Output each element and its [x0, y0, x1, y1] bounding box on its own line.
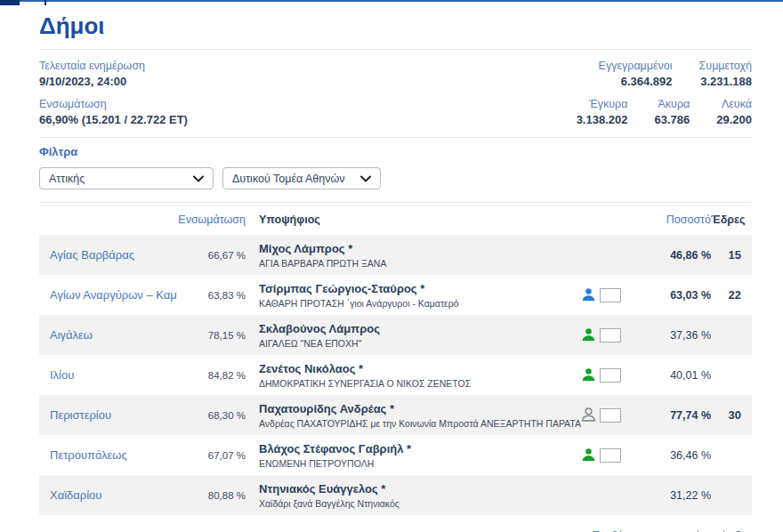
participation-label: Συμμετοχή	[699, 59, 752, 74]
municipality-link[interactable]: Πετρουπόλεως	[39, 448, 177, 462]
invalid-label: Άκυρα	[654, 97, 690, 112]
row-percent: 63,03 %	[656, 289, 711, 302]
candidate-name: Βλάχος Στέφανος Γαβριήλ *	[259, 442, 581, 455]
table-row: Περιστερίου 68,30 % Παχατουρίδης Ανδρέας…	[39, 395, 752, 435]
municipality-link[interactable]: Ιλίου	[39, 368, 177, 382]
row-seats: 22	[711, 288, 752, 302]
table-row: Πετρουπόλεως 67,07 % Βλάχος Στέφανος Γαβ…	[39, 435, 752, 475]
chevron-down-icon	[193, 175, 204, 182]
row-integration: 84,82 %	[177, 370, 246, 381]
candidate-party: ΚΑΘΑΡΗ ΠΡΟΤΑΣΗ ΄γιοι Ανάργυροι - Καματερ…	[259, 298, 581, 309]
registered-label: Εγγεγραμμένοι	[599, 59, 673, 74]
last-update-value: 9/10/2023, 24:00	[39, 74, 145, 91]
invalid-value: 63.786	[654, 112, 690, 129]
party-support-checkbox-icon	[600, 448, 621, 463]
party-support-indicator	[581, 327, 656, 343]
row-integration: 63,83 %	[177, 290, 246, 301]
person-icon	[581, 287, 596, 302]
table-row: Αιγάλεω 78,15 % Σκλαβούνος Λάμπρος ΑΙΓΑΛ…	[39, 315, 752, 355]
row-seats: 30	[711, 408, 752, 422]
row-integration: 78,15 %	[177, 330, 246, 341]
candidate-party: ΔΗΜΟΚΡΑΤΙΚΗ ΣΥΝΕΡΓΑΣΙΑ Ο ΝΙΚΟΣ ΖΕΝΕΤΟΣ	[259, 378, 581, 389]
integration-stat: Ενσωμάτωση 66,90% (15.201 / 22.722 ΕΤ)	[39, 97, 188, 129]
row-integration: 68,30 %	[177, 410, 246, 421]
row-seats: 15	[711, 248, 752, 262]
row-percent: 77,74 %	[656, 409, 711, 422]
last-update-stat: Τελευταία ενημέρωση 9/10/2023, 24:00	[39, 59, 145, 91]
person-icon	[581, 367, 596, 383]
candidate-cell: Μίχος Λάμπρος * ΑΓΙΑ ΒΑΡΒΑΡΑ ΠΡΩΤΗ ΞΑΝΑ	[246, 242, 581, 269]
candidate-name: Ντηνιακός Ευάγγελος *	[259, 482, 581, 496]
registered-stat: Εγγεγραμμένοι 6.364.892	[599, 59, 673, 91]
table-row: Χαϊδαρίου 80,88 % Ντηνιακός Ευάγγελος * …	[39, 475, 752, 515]
candidate-cell: Παχατουρίδης Ανδρέας * Ανδρέας ΠΑΧΑΤΟΥΡΙ…	[246, 402, 581, 429]
valid-label: Έγκυρα	[577, 97, 628, 112]
row-percent: 37,36 %	[656, 329, 711, 342]
invalid-stat: Άκυρα 63.786	[654, 97, 690, 129]
stat-row-update: Τελευταία ενημέρωση 9/10/2023, 24:00 Εγγ…	[39, 59, 752, 91]
row-percent: 31,22 %	[656, 489, 711, 502]
municipality-link[interactable]: Αγίων Αναργύρων – Καματ...	[39, 288, 177, 302]
candidate-party: ΕΝΩΜΕΝΗ ΠΕΤΡΟΥΠΟΛΗ	[259, 458, 581, 469]
registered-value: 6.364.892	[599, 74, 673, 91]
party-support-checkbox-icon	[600, 408, 621, 423]
person-icon	[581, 447, 596, 463]
stats-section: Τελευταία ενημέρωση 9/10/2023, 24:00 Εγγ…	[39, 50, 752, 137]
candidate-name: Ζενέτος Νικόλαος *	[259, 362, 581, 375]
page-title: Δήμοι	[39, 12, 752, 40]
party-support-checkbox-icon	[600, 368, 621, 383]
totals-group: Εγγεγραμμένοι 6.364.892 Συμμετοχή 3.231.…	[599, 59, 752, 91]
candidate-name: Μίχος Λάμπρος *	[259, 242, 581, 255]
district-select-value: Δυτικού Τομέα Αθηνών	[232, 173, 345, 185]
municipality-link[interactable]: Περιστερίου	[39, 408, 177, 422]
table-row: Ιλίου 84,82 % Ζενέτος Νικόλαος * ΔΗΜΟΚΡΑ…	[39, 355, 752, 395]
table-row: Αγίων Αναργύρων – Καματ... 63,83 % Τσίρμ…	[39, 275, 752, 315]
party-support-checkbox-icon	[600, 288, 621, 302]
row-integration: 66,67 %	[177, 250, 246, 261]
top-nav-border	[0, 0, 783, 2]
filters-label: Φίλτρα	[39, 145, 752, 158]
row-percent: 46,86 %	[656, 249, 711, 262]
candidate-cell: Τσίρμπας Γεώργιος-Σταύρος * ΚΑΘΑΡΗ ΠΡΟΤΑ…	[246, 282, 581, 309]
header-candidate: Υποψήφιος	[246, 214, 581, 226]
table-footer: Επεξήγηση κομματικής στήριξης * νυν δήμα…	[39, 527, 752, 532]
integration-value: 66,90% (15.201 / 22.722 ΕΤ)	[39, 112, 188, 129]
participation-value: 3.231.188	[699, 74, 752, 91]
candidate-name: Τσίρμπας Γεώργιος-Σταύρος *	[259, 282, 581, 295]
person-icon	[581, 327, 596, 343]
candidate-cell: Βλάχος Στέφανος Γαβριήλ * ΕΝΩΜΕΝΗ ΠΕΤΡΟΥ…	[246, 442, 581, 469]
active-tab-indicator	[0, 0, 20, 5]
blank-label: Λευκά	[716, 97, 752, 112]
header-integration[interactable]: Ενσωμάτωση	[177, 214, 246, 226]
row-percent: 40,01 %	[656, 369, 711, 382]
candidate-party: Ανδρέας ΠΑΧΑΤΟΥΡΙΔΗΣ με την Κοινωνία Μπρ…	[259, 418, 581, 429]
table-row: Αγίας Βαρβάρας 66,67 % Μίχος Λάμπρος * Α…	[39, 235, 752, 275]
nav-tick	[44, 0, 46, 5]
person-icon	[581, 407, 596, 423]
table-header: Ενσωμάτωση Υποψήφιος Ποσοστό Έδρες	[39, 203, 752, 235]
participation-stat: Συμμετοχή 3.231.188	[699, 59, 752, 91]
integration-label: Ενσωμάτωση	[39, 97, 188, 112]
municipality-link[interactable]: Αιγάλεω	[39, 328, 177, 342]
region-select-value: Αττικής	[49, 173, 85, 185]
candidate-name: Σκλαβούνος Λάμπρος	[259, 322, 581, 335]
municipality-link[interactable]: Αγίας Βαρβάρας	[39, 248, 177, 262]
blank-value: 29.200	[716, 112, 752, 129]
district-select[interactable]: Δυτικού Τομέα Αθηνών	[222, 167, 381, 189]
municipality-link[interactable]: Χαϊδαρίου	[39, 488, 177, 502]
candidate-party: ΑΓΙΑ ΒΑΡΒΑΡΑ ΠΡΩΤΗ ΞΑΝΑ	[259, 258, 581, 269]
valid-value: 3.138.202	[577, 112, 628, 129]
candidate-cell: Σκλαβούνος Λάμπρος ΑΙΓΑΛΕΩ "ΝΕΑ ΕΠΟΧΗ"	[246, 322, 581, 349]
ballot-group: Έγκυρα 3.138.202 Άκυρα 63.786 Λευκά 29.2…	[577, 97, 752, 129]
party-support-indicator	[581, 407, 656, 423]
filters-section: Φίλτρα Αττικής Δυτικού Τομέα Αθηνών	[39, 138, 752, 202]
row-integration: 67,07 %	[177, 450, 246, 461]
candidate-cell: Ζενέτος Νικόλαος * ΔΗΜΟΚΡΑΤΙΚΗ ΣΥΝΕΡΓΑΣΙ…	[246, 362, 581, 389]
region-select[interactable]: Αττικής	[39, 167, 214, 189]
page: Δήμοι Τελευταία ενημέρωση 9/10/2023, 24:…	[0, 0, 783, 532]
valid-stat: Έγκυρα 3.138.202	[577, 97, 628, 129]
header-percent[interactable]: Ποσοστό	[656, 214, 711, 226]
header-seats: Έδρες	[711, 214, 752, 226]
candidate-party: ΑΙΓΑΛΕΩ "ΝΕΑ ΕΠΟΧΗ"	[259, 338, 581, 349]
row-integration: 80,88 %	[177, 490, 246, 501]
